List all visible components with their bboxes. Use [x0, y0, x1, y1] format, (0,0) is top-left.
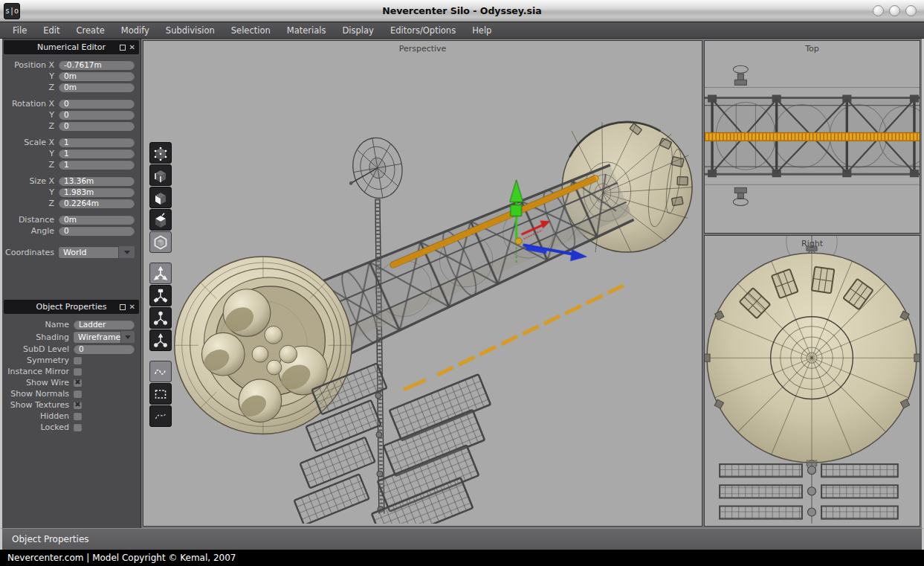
field-label: Angle — [5, 226, 59, 236]
window-button-maximize[interactable] — [889, 5, 900, 16]
multiselect-mode-button[interactable] — [149, 209, 172, 231]
show-wire-checkbox[interactable] — [74, 379, 82, 387]
field-label: Show Textures — [5, 400, 74, 410]
field-label: Name — [5, 320, 74, 329]
object-mode-icon — [153, 235, 168, 250]
field-label: Y — [5, 187, 59, 197]
viewport-right[interactable]: Right — [704, 235, 920, 527]
chevron-down-icon — [118, 246, 135, 258]
menu-item-create[interactable]: Create — [68, 22, 113, 39]
viewport-perspective[interactable]: Perspective — [143, 40, 702, 527]
hidden-checkbox[interactable] — [74, 412, 82, 420]
footer-bar: Nevercenter.com | Model Copyright © Kema… — [0, 550, 924, 566]
viewport-toolbar — [149, 142, 172, 428]
numeric-input[interactable]: 1.983m — [59, 187, 135, 197]
menu-item-display[interactable]: Display — [334, 22, 381, 39]
panel-collapse-icon[interactable] — [120, 45, 126, 51]
numeric-input[interactable]: 13.36m — [59, 176, 135, 186]
title-bar: s|o Nevercenter Silo - Odyssey.sia — [0, 0, 924, 22]
field-label: Size X — [5, 176, 59, 186]
menu-item-modify[interactable]: Modify — [113, 22, 158, 39]
window-button-close[interactable] — [905, 5, 917, 16]
dropdown-value: Wireframe — [74, 332, 120, 342]
numeric-input[interactable]: 1 — [59, 160, 135, 170]
universal-tool-button[interactable] — [149, 329, 172, 351]
coordinates-dropdown[interactable]: World — [59, 246, 135, 258]
object-properties-titlebar[interactable]: Object Properties ✕ — [4, 300, 139, 314]
numeric-field-row: Y 0 — [5, 110, 135, 120]
property-checkbox-row: Hidden — [5, 411, 135, 421]
scale-tool-button[interactable] — [149, 307, 172, 329]
menu-item-help[interactable]: Help — [464, 22, 500, 39]
field-label: Y — [5, 71, 59, 81]
numeric-input[interactable]: 0m — [59, 71, 135, 81]
menu-item-file[interactable]: File — [4, 22, 35, 39]
name-row: NameLadder — [5, 320, 135, 329]
soft-select-button[interactable] — [149, 405, 172, 427]
move-tool-button[interactable] — [149, 263, 172, 284]
numeric-input[interactable]: 0 — [59, 110, 135, 120]
object-mode-button[interactable] — [149, 231, 172, 253]
property-checkbox-row: Show Textures — [5, 400, 135, 410]
chevron-down-icon — [120, 331, 135, 343]
menu-item-edit[interactable]: Edit — [35, 22, 68, 39]
numeric-input[interactable]: 0m — [59, 215, 135, 225]
status-bar: Object Properties — [0, 528, 924, 550]
property-checkbox-row: Symmetry — [5, 356, 135, 365]
window-title: Nevercenter Silo - Odyssey.sia — [0, 5, 924, 16]
show-normals-checkbox[interactable] — [74, 390, 82, 398]
menu-item-selection[interactable]: Selection — [223, 22, 279, 39]
numeric-input[interactable]: 0 — [59, 226, 135, 236]
numeric-input[interactable]: -0.7617m — [59, 60, 135, 70]
numeric-input[interactable]: 0m — [59, 83, 135, 92]
field-label: Scale X — [5, 138, 59, 147]
panel-close-icon[interactable]: ✕ — [129, 303, 135, 311]
marquee-select-button[interactable] — [149, 383, 172, 405]
numeric-field-row: Rotation X 0 — [5, 99, 135, 109]
rotate-tool-button[interactable] — [149, 285, 172, 306]
vertex-mode-button[interactable] — [149, 142, 172, 164]
panel-close-icon[interactable]: ✕ — [129, 44, 135, 51]
numeric-field-row: Y 0m — [5, 71, 135, 81]
tweak-tool-button[interactable] — [149, 361, 172, 382]
numeric-field-row: Z 0 — [5, 121, 135, 131]
field-label: Y — [5, 110, 59, 120]
face-mode-button[interactable] — [149, 187, 172, 208]
field-label: Show Normals — [5, 389, 74, 399]
field-label: Coordinates — [5, 248, 59, 257]
edge-mode-icon — [153, 168, 168, 183]
viewport-top[interactable]: Top — [704, 40, 920, 234]
field-label: Show Wire — [5, 378, 74, 387]
window-button-minimize[interactable] — [873, 5, 884, 16]
instance-mirror-checkbox[interactable] — [74, 367, 82, 376]
marquee-select-icon — [153, 387, 168, 402]
locked-checkbox[interactable] — [74, 423, 82, 431]
numeric-field-row: Y 1.983m — [5, 187, 135, 197]
universal-tool-icon — [153, 333, 168, 348]
menu-item-editors-options[interactable]: Editors/Options — [382, 22, 464, 39]
move-tool-icon — [153, 266, 168, 281]
numeric-input[interactable]: 1 — [59, 138, 135, 147]
numeric-input[interactable]: 0 — [59, 99, 135, 109]
numeric-input[interactable]: 0 — [59, 121, 135, 131]
text-input[interactable]: 0 — [74, 344, 135, 354]
numerical-editor-titlebar[interactable]: Numerical Editor ✕ — [4, 40, 139, 54]
right-scene — [705, 236, 920, 524]
menu-item-subdivision[interactable]: Subdivision — [158, 22, 223, 39]
field-label: Z — [5, 160, 59, 170]
edge-mode-button[interactable] — [149, 164, 172, 186]
menu-item-materials[interactable]: Materials — [279, 22, 335, 39]
symmetry-checkbox[interactable] — [74, 356, 82, 364]
show-textures-checkbox[interactable] — [74, 401, 82, 409]
coordinates-row: CoordinatesWorld — [5, 246, 135, 258]
perspective-scene — [143, 41, 702, 524]
object-properties-panel: Object Properties ✕ NameLadderShadingWir… — [2, 298, 140, 437]
field-label: Position X — [5, 60, 59, 70]
text-input[interactable]: Ladder — [74, 320, 135, 329]
numeric-input[interactable]: 0.2264m — [59, 199, 135, 208]
field-label: Shading — [5, 332, 74, 342]
numeric-input[interactable]: 1 — [59, 149, 135, 158]
panel-collapse-icon[interactable] — [120, 304, 126, 310]
shading-dropdown[interactable]: Wireframe — [74, 331, 135, 343]
numeric-field-row: Z 1 — [5, 160, 135, 170]
